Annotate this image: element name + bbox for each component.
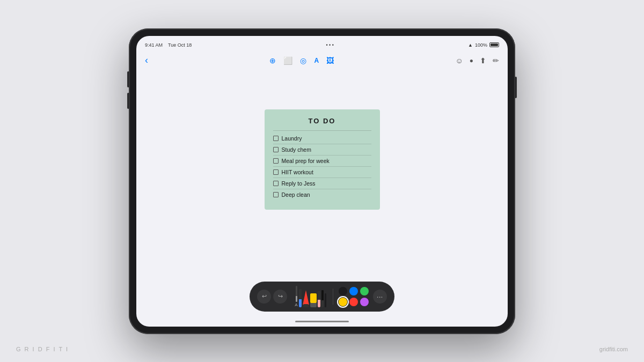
volume-down-button[interactable] bbox=[127, 93, 129, 109]
todo-title: TO DO bbox=[273, 117, 371, 125]
watermark-left: G R I D F I T I bbox=[16, 346, 69, 352]
time-label: 9:41 AM bbox=[145, 42, 163, 48]
toolbar-right: ☺ ● ⬆ ✏ bbox=[455, 56, 499, 65]
share-icon[interactable]: ⬆ bbox=[480, 56, 486, 65]
todo-item-label: Deep clean bbox=[282, 191, 310, 198]
battery-icon bbox=[489, 42, 499, 47]
todo-item-label: Laundry bbox=[282, 135, 302, 142]
color-purple[interactable] bbox=[360, 298, 369, 306]
pink-pen-tool[interactable] bbox=[318, 286, 320, 307]
checkbox-meal-prep[interactable] bbox=[273, 158, 279, 164]
blue-pen-tool[interactable] bbox=[299, 286, 302, 307]
user-icon[interactable]: ● bbox=[470, 57, 473, 64]
checkbox-laundry[interactable] bbox=[273, 136, 279, 141]
todo-item-label: Reply to Jess bbox=[282, 180, 316, 187]
todo-item-label: Meal prep for week bbox=[282, 158, 330, 164]
drawing-toolbar-inner: ↩ ↪ A bbox=[250, 282, 394, 312]
pencil-a-tool[interactable]: A bbox=[295, 286, 297, 307]
top-toolbar: ‹ ⊕ ⬜ ◎ A 🖼 ☺ ● ⬆ ✏ bbox=[136, 51, 508, 70]
status-right: ▲ 100% bbox=[468, 42, 499, 48]
ipad-screen: 9:41 AM Tue Oct 18 • • • ▲ 100% ‹ ⊕ ⬜ bbox=[136, 36, 508, 327]
battery-label: 100% bbox=[475, 42, 487, 48]
todo-title-divider bbox=[273, 130, 371, 131]
ipad-device: 9:41 AM Tue Oct 18 • • • ▲ 100% ‹ ⊕ ⬜ bbox=[129, 28, 515, 334]
center-dots: • • • bbox=[326, 42, 333, 48]
undo-button[interactable]: ↩ bbox=[257, 290, 271, 304]
image-icon[interactable]: 🖼 bbox=[326, 56, 334, 65]
toolbar-center: ⊕ ⬜ ◎ A 🖼 bbox=[269, 56, 334, 65]
back-button[interactable]: ‹ bbox=[145, 55, 148, 66]
todo-card: TO DO Laundry Study chem Meal prep for w… bbox=[265, 109, 380, 210]
checkbox-deep-clean[interactable] bbox=[273, 192, 279, 197]
drawing-toolbar: ↩ ↪ A bbox=[136, 282, 508, 317]
yellow-highlighter-tool[interactable] bbox=[310, 286, 317, 307]
color-row-bottom bbox=[339, 298, 369, 306]
color-row-top bbox=[339, 287, 369, 295]
color-yellow[interactable] bbox=[339, 298, 347, 306]
color-blue[interactable] bbox=[349, 287, 358, 295]
red-marker-tool[interactable] bbox=[303, 286, 309, 307]
redo-button[interactable]: ↪ bbox=[273, 290, 287, 304]
wifi-icon: ▲ bbox=[468, 42, 473, 48]
todo-item-label: HIIT workout bbox=[282, 169, 313, 175]
undo-redo-group: ↩ ↪ bbox=[257, 290, 287, 304]
home-indicator bbox=[136, 317, 508, 327]
dark-pen-1-tool[interactable] bbox=[321, 286, 324, 307]
color-red[interactable] bbox=[349, 298, 358, 306]
more-button[interactable]: ··· bbox=[373, 290, 387, 304]
dark-pen-2-tool[interactable] bbox=[325, 286, 326, 307]
status-center: • • • bbox=[326, 42, 333, 48]
checkbox-reply-jess[interactable] bbox=[273, 181, 279, 186]
text-icon[interactable]: A bbox=[314, 57, 319, 64]
insert-icon[interactable]: ⊕ bbox=[269, 56, 276, 65]
checkbox-study-chem[interactable] bbox=[273, 147, 279, 152]
status-time: 9:41 AM Tue Oct 18 bbox=[145, 42, 192, 48]
checkbox-hiit[interactable] bbox=[273, 169, 279, 175]
toolbar-separator bbox=[333, 289, 333, 305]
list-item: Deep clean bbox=[273, 189, 371, 200]
lasso-icon[interactable]: ◎ bbox=[300, 56, 306, 65]
color-swatches bbox=[339, 287, 369, 306]
list-item: HIIT workout bbox=[273, 167, 371, 178]
list-item: Reply to Jess bbox=[273, 178, 371, 189]
watermark-right: gridfiti.com bbox=[599, 346, 628, 352]
color-black[interactable] bbox=[339, 287, 347, 295]
list-item: Study chem bbox=[273, 144, 371, 156]
shapes-icon[interactable]: ⬜ bbox=[283, 56, 292, 65]
home-bar bbox=[295, 321, 349, 322]
edit-icon[interactable]: ✏ bbox=[493, 56, 499, 65]
status-bar: 9:41 AM Tue Oct 18 • • • ▲ 100% bbox=[136, 36, 508, 51]
pen-tools-group: A bbox=[295, 286, 326, 307]
volume-up-button[interactable] bbox=[127, 71, 129, 87]
canvas-area: TO DO Laundry Study chem Meal prep for w… bbox=[136, 70, 508, 282]
side-button[interactable] bbox=[515, 77, 517, 98]
emoji-icon[interactable]: ☺ bbox=[455, 56, 463, 65]
color-green[interactable] bbox=[360, 287, 369, 295]
list-item: Meal prep for week bbox=[273, 156, 371, 167]
list-item: Laundry bbox=[273, 133, 371, 144]
todo-item-label: Study chem bbox=[282, 146, 311, 153]
toolbar-left: ‹ bbox=[145, 55, 148, 66]
date-label: Tue Oct 18 bbox=[168, 42, 192, 48]
